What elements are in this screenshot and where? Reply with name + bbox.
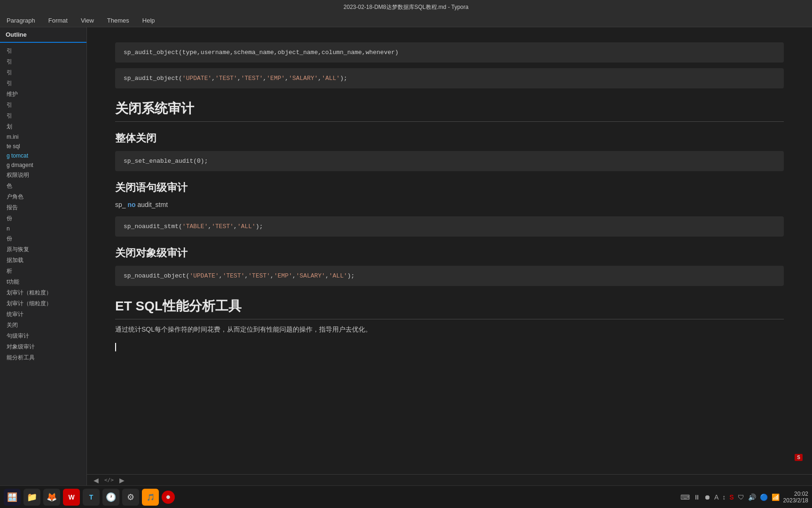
taskbar-icon-red[interactable]: ●: [162, 491, 175, 504]
menu-view[interactable]: View: [78, 16, 97, 25]
taskbar-icon-windows[interactable]: 🪟: [4, 489, 21, 506]
sidebar-item-load[interactable]: 据加载: [0, 255, 86, 266]
taskbar-icon-typora[interactable]: T: [83, 489, 100, 506]
sidebar-item-tomcat[interactable]: g tomcat: [0, 151, 86, 160]
sidebar-item-obj-audit[interactable]: 对象级审计: [0, 341, 86, 352]
sidebar-item-10[interactable]: 份: [0, 233, 86, 244]
code-str-emp: 'EMP': [266, 75, 285, 82]
taskbar-icon-media[interactable]: 🎵: [142, 489, 159, 506]
sidebar-item-1[interactable]: 引: [0, 46, 86, 56]
sidebar-item-audit-fine[interactable]: 划审计（细粒度）: [0, 298, 86, 309]
taskbar-right: ⌨ ⏸ ⏺ A ↕ S 🛡 🔊 🔵 📶 20:02 2023/2/18: [680, 491, 808, 504]
code-text-5b: );: [347, 272, 355, 279]
taskbar-icon-files[interactable]: 📁: [23, 489, 40, 506]
watermark: S: [795, 454, 803, 461]
sidebar-item-8[interactable]: 份: [0, 213, 86, 224]
code-text-4a: sp_noaudit_stmt(: [124, 223, 182, 230]
content-scroll[interactable]: sp_audit_object(type,username,schema_nam…: [87, 27, 812, 474]
tray-icon-record[interactable]: ⏺: [704, 493, 710, 501]
code-str-salary: 'SALARY': [289, 75, 318, 82]
window-title: 2023-02-18-DM8达梦数据库SQL教程.md - Typora: [344, 3, 468, 11]
code-str-update: 'UPDATE': [182, 75, 211, 82]
code-comma-11: ,: [325, 272, 329, 279]
sidebar-item-7[interactable]: 划: [0, 121, 86, 132]
taskbar-icon-firefox[interactable]: 🦊: [43, 489, 60, 506]
menu-paragraph[interactable]: Paragraph: [4, 16, 38, 25]
sidebar-item-report[interactable]: 报告: [0, 202, 86, 213]
code-block-2: sp_audit_object('UPDATE','TEST','TEST','…: [115, 68, 784, 88]
code-str-test2: 'TEST': [241, 75, 263, 82]
sidebar-item-close[interactable]: 关闭: [0, 320, 86, 331]
taskbar-icon-settings[interactable]: ⚙: [122, 489, 139, 506]
nav-forward[interactable]: ▶: [117, 476, 126, 484]
code-str-all3: 'ALL': [329, 272, 347, 279]
tray-icon-pause[interactable]: ⏸: [694, 493, 700, 501]
para-no-keyword: no: [127, 201, 135, 208]
taskbar-left: 🪟 📁 🦊 W T 🕐 ⚙ 🎵 ●: [4, 489, 175, 506]
sidebar-item-function[interactable]: t功能: [0, 277, 86, 287]
code-comma-7: ,: [219, 272, 223, 279]
sidebar-item-6[interactable]: 引: [0, 111, 86, 121]
editor-area: sp_audit_object(type,username,schema_nam…: [87, 27, 812, 485]
code-str-table: 'TABLE': [182, 223, 208, 230]
clock-date: 2023/2/18: [783, 497, 808, 504]
sidebar-item-et[interactable]: 能分析工具: [0, 352, 86, 363]
menu-bar: Paragraph Format View Themes Help: [0, 14, 812, 27]
taskbar-icon-wps[interactable]: W: [63, 489, 80, 506]
code-text-2c: );: [340, 75, 347, 82]
sidebar-item-5[interactable]: 引: [0, 100, 86, 111]
sidebar-item-4[interactable]: 引: [0, 78, 86, 89]
title-bar: 2023-02-18-DM8达梦数据库SQL教程.md - Typora: [0, 0, 812, 14]
main-layout: Outline 引 引 引 引 维护 引 引 划 m.ini te sql g …: [0, 27, 812, 485]
code-comma-1: ,: [237, 75, 241, 82]
tray-icon-arrow[interactable]: ↕: [722, 493, 726, 501]
outline-label: Outline: [6, 31, 27, 38]
code-text-4b: );: [256, 223, 263, 230]
code-str-test5: 'TEST': [248, 272, 270, 279]
code-comma-9: ,: [270, 272, 274, 279]
sidebar-item-privilege[interactable]: 权限说明: [0, 170, 86, 181]
sidebar-item-color[interactable]: 色: [0, 181, 86, 191]
heading-close-all: 整体关闭: [115, 131, 784, 145]
code-block-5: sp_noaudit_object('UPDATE','TEST','TEST'…: [115, 266, 784, 286]
time-display: 20:02 2023/2/18: [783, 491, 808, 504]
heading-close-obj: 关闭对象级审计: [115, 246, 784, 260]
sidebar-item-analyze[interactable]: 析: [0, 266, 86, 277]
sidebar-header: Outline: [0, 27, 86, 43]
tray-icon-bluetooth[interactable]: 🔵: [760, 493, 768, 501]
menu-format[interactable]: Format: [46, 16, 70, 25]
sidebar-item-sys-audit[interactable]: 统审计: [0, 309, 86, 320]
sidebar-item-audit-coarse[interactable]: 划审计（粗粒度）: [0, 287, 86, 298]
tray-icon-s[interactable]: S: [729, 493, 734, 501]
sidebar-item-role[interactable]: 户角色: [0, 191, 86, 202]
code-comma-10: ,: [292, 272, 296, 279]
taskbar-icon-clock[interactable]: 🕐: [102, 489, 119, 506]
menu-help[interactable]: Help: [140, 16, 158, 25]
sidebar-item-maintenance[interactable]: 维护: [0, 89, 86, 100]
sidebar-item-3[interactable]: 引: [0, 67, 86, 78]
heading-et: ET SQL性能分析工具: [115, 297, 784, 319]
sidebar: Outline 引 引 引 引 维护 引 引 划 m.ini te sql g …: [0, 27, 87, 485]
tray-icon-text[interactable]: A: [714, 493, 718, 501]
cursor-line: [115, 343, 784, 351]
tray-icon-sound[interactable]: 🔊: [748, 493, 756, 501]
code-text-5a: sp_noaudit_object(: [124, 272, 189, 279]
sidebar-item-2[interactable]: 引: [0, 56, 86, 67]
sidebar-item-ini[interactable]: m.ini: [0, 132, 86, 142]
clock-time: 20:02: [783, 491, 808, 497]
tray-icon-input[interactable]: ⌨: [680, 493, 690, 501]
sidebar-item-restore[interactable]: 原与恢复: [0, 244, 86, 255]
code-str-emp2: 'EMP': [274, 272, 292, 279]
tray-icon-network[interactable]: 📶: [772, 493, 780, 501]
sidebar-item-dmagent[interactable]: g dmagent: [0, 160, 86, 170]
tray-icon-shield[interactable]: 🛡: [738, 493, 744, 501]
sidebar-item-9[interactable]: n: [0, 224, 86, 233]
code-toggle-btn[interactable]: </>: [104, 477, 114, 483]
menu-themes[interactable]: Themes: [104, 16, 132, 25]
nav-back[interactable]: ◀: [92, 476, 101, 484]
code-block-4: sp_noaudit_stmt('TABLE','TEST','ALL');: [115, 216, 784, 237]
sidebar-item-stmt-audit[interactable]: 句级审计: [0, 331, 86, 341]
sidebar-items[interactable]: 引 引 引 引 维护 引 引 划 m.ini te sql g tomcat g…: [0, 43, 86, 485]
code-block-1: sp_audit_object(type,username,schema_nam…: [115, 42, 784, 63]
sidebar-item-testsql[interactable]: te sql: [0, 142, 86, 151]
